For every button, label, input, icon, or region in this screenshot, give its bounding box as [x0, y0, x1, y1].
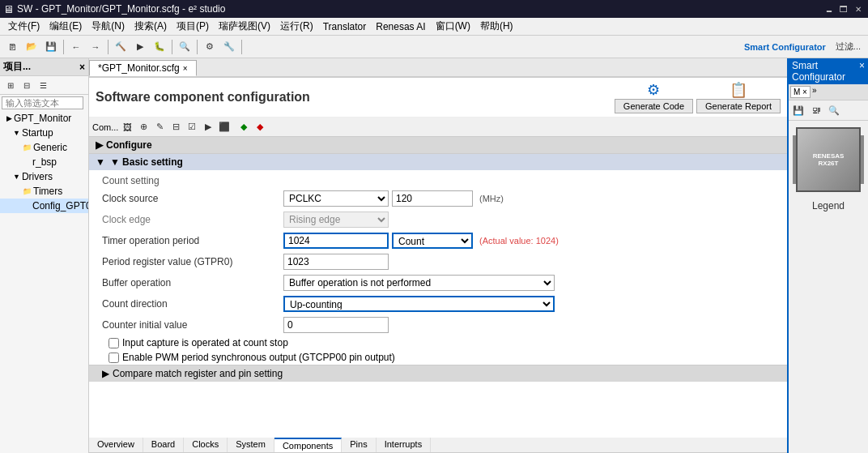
toolbar-goto[interactable]: 过滤... — [832, 38, 865, 56]
toolbar-back[interactable]: ← — [67, 38, 85, 56]
count-direction-row: Count direction Up-counting Down-countin… — [89, 293, 787, 314]
menu-translator[interactable]: Translator — [318, 19, 372, 34]
clock-source-select[interactable]: PCLKC — [283, 190, 389, 207]
counter-initial-value-input[interactable] — [283, 317, 389, 333]
tree-item-config-gpt[interactable]: Config_GPT0 — [0, 199, 88, 213]
toolbar-misc2[interactable]: 🔧 — [220, 38, 238, 56]
inner-toolbar-green1[interactable]: ◆ — [236, 120, 251, 135]
inner-toolbar-check[interactable]: ☑ — [185, 120, 199, 135]
clock-edge-select[interactable]: Rising edge — [283, 212, 389, 228]
inner-toolbar-red1[interactable]: ◆ — [253, 120, 267, 135]
inner-toolbar-add2[interactable]: ⊕ — [136, 120, 151, 135]
clock-source-value-input[interactable] — [392, 190, 473, 207]
toolbar-new[interactable]: 🖹 — [3, 38, 21, 56]
maximize-button[interactable]: 🗖 — [837, 2, 850, 15]
far-right-tab-m[interactable]: M × — [790, 86, 811, 98]
inner-toolbar-add[interactable]: 🖼 — [120, 120, 134, 135]
expand-all-btn[interactable]: ⊞ — [3, 78, 18, 92]
toolbar-debug[interactable]: 🐛 — [151, 38, 168, 56]
left-panel-close[interactable]: × — [79, 62, 85, 73]
menu-file[interactable]: 文件(F) — [3, 18, 45, 35]
arrow-icon: ▼ — [13, 173, 20, 181]
toolbar-smart-configurator[interactable]: Smart Configurator — [740, 38, 830, 56]
editor-tab-gpt-monitor[interactable]: *GPT_Monitor.scfg × — [89, 60, 197, 76]
menu-nav[interactable]: 导航(N) — [87, 18, 130, 35]
checkbox2-input[interactable] — [108, 353, 119, 363]
inner-toolbar-delete[interactable]: ⊟ — [168, 120, 183, 135]
far-right-expand[interactable]: » — [812, 86, 817, 98]
editor-tab-close-icon[interactable]: × — [183, 64, 188, 73]
tree-item-gpt-monitor[interactable]: ▶ GPT_Monitor — [0, 111, 88, 126]
menu-run[interactable]: 运行(R) — [275, 18, 318, 35]
period-register-row: Period register value (GTPR0) — [89, 251, 787, 272]
arrow-icon: ▼ — [13, 129, 20, 137]
toolbar-build[interactable]: 🔨 — [112, 38, 130, 56]
far-right-tree-btn[interactable]: 🖳 — [808, 102, 824, 118]
far-right-tabs-row: M × » — [789, 84, 868, 100]
toolbar: 🖹 📂 💾 ← → 🔨 ▶ 🐛 🔍 ⚙ 🔧 Smart Configurator… — [0, 36, 868, 58]
basic-setting-header[interactable]: ▼ ▼ Basic setting — [89, 154, 787, 170]
clock-edge-row: Clock edge Rising edge — [89, 209, 787, 230]
toolbar-forward[interactable]: → — [87, 38, 104, 56]
tab-clocks[interactable]: Clocks — [184, 438, 228, 452]
toolbar-open[interactable]: 📂 — [23, 38, 40, 56]
timer-operation-period-row: Timer operation period Count Period (Act… — [89, 230, 787, 251]
tab-interrupts[interactable]: Interrupts — [377, 438, 431, 452]
toolbar-save[interactable]: 💾 — [42, 38, 60, 56]
tree-item-timers[interactable]: 📁 Timers — [0, 184, 88, 199]
generate-report-button[interactable]: Generate Report — [696, 99, 781, 113]
tab-system[interactable]: System — [228, 438, 274, 452]
tab-components[interactable]: Components — [274, 438, 342, 452]
tree-item-label: Startup — [22, 127, 53, 139]
configure-arrow-icon: ▶ — [96, 139, 103, 151]
menu-renesas-view[interactable]: 瑞萨视图(V) — [214, 18, 275, 35]
inner-toolbar-stop[interactable]: ⬛ — [217, 120, 232, 135]
tab-pins[interactable]: Pins — [342, 438, 376, 452]
inner-toolbar: Com... 🖼 ⊕ ✎ ⊟ ☑ ▶ ⬛ ◆ ◆ — [89, 118, 787, 137]
buffer-operation-label: Buffer operation — [102, 277, 280, 288]
tree-item-generic[interactable]: 📁 Generic — [0, 140, 88, 155]
timer-operation-count-select[interactable]: Count Period — [392, 233, 473, 249]
inner-toolbar-play[interactable]: ▶ — [201, 120, 215, 135]
legend-label: Legend — [812, 200, 845, 212]
menu-help[interactable]: 帮助(H) — [475, 18, 518, 35]
clock-source-row: Clock source PCLKC (MHz) — [89, 188, 787, 209]
inner-toolbar-right: ◆ ◆ — [236, 120, 267, 135]
minimize-button[interactable]: 🗕 — [823, 2, 836, 15]
left-panel-filter-input[interactable] — [2, 96, 83, 109]
compare-match-header[interactable]: ▶ Compare match register and pin setting — [89, 365, 787, 382]
generate-code-button[interactable]: Generate Code — [615, 99, 693, 113]
menu-window[interactable]: 窗口(W) — [431, 18, 475, 35]
collapse-all-btn[interactable]: ⊟ — [19, 78, 34, 92]
tab-board[interactable]: Board — [143, 438, 184, 452]
menu-search[interactable]: 搜索(A) — [130, 18, 172, 35]
timer-actual-value: (Actual value: 1024) — [479, 236, 559, 246]
toolbar-search[interactable]: 🔍 — [176, 38, 194, 56]
menu-project[interactable]: 项目(P) — [172, 18, 214, 35]
far-right-save-btn[interactable]: 💾 — [790, 102, 806, 118]
toolbar-misc1[interactable]: ⚙ — [201, 38, 219, 56]
menu-renesas-ai[interactable]: Renesas AI — [371, 19, 430, 34]
tree-item-rbsp[interactable]: r_bsp — [0, 155, 88, 169]
count-direction-select[interactable]: Up-counting Down-counting — [283, 296, 555, 312]
far-right-search-btn[interactable]: 🔍 — [826, 102, 842, 118]
checkbox1-row: Input capture is operated at count stop — [89, 335, 787, 350]
title-text: SW - GPT_Monitor/GPT_Monitor.scfg - e² s… — [17, 3, 225, 15]
tree-item-label: Timers — [33, 186, 62, 197]
buffer-operation-select[interactable]: Buffer operation is not performed — [283, 275, 555, 291]
tree-item-startup[interactable]: ▼ Startup — [0, 126, 88, 140]
inner-toolbar-edit[interactable]: ✎ — [152, 120, 167, 135]
counter-initial-value-row: Counter initial value — [89, 314, 787, 335]
menu-edit[interactable]: 编组(E) — [45, 18, 87, 35]
legend-panel: Legend — [809, 199, 848, 213]
period-register-input[interactable] — [283, 254, 389, 270]
far-right-close[interactable]: × — [859, 60, 865, 83]
timer-operation-period-input[interactable] — [283, 233, 389, 249]
tree-item-drivers[interactable]: ▼ Drivers — [0, 169, 88, 184]
filter-btn[interactable]: ☰ — [36, 78, 50, 92]
toolbar-run[interactable]: ▶ — [131, 38, 149, 56]
configure-section-header[interactable]: ▶ Configure — [89, 137, 787, 154]
checkbox1-input[interactable] — [108, 338, 119, 348]
close-button[interactable]: ✕ — [852, 2, 865, 15]
tab-overview[interactable]: Overview — [89, 438, 143, 452]
